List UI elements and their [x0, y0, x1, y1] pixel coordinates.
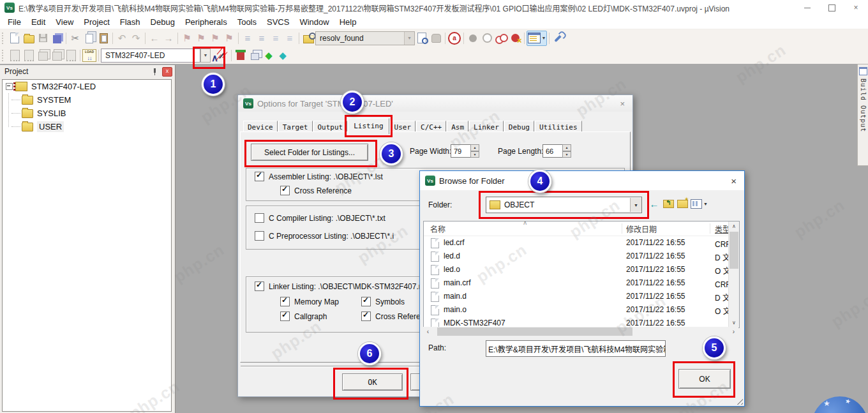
symbols-checkbox[interactable]: [361, 297, 371, 306]
project-close-icon[interactable]: x: [162, 67, 172, 77]
find-in-files-icon[interactable]: [301, 31, 315, 45]
copy-icon[interactable]: [82, 31, 96, 45]
browse-close-icon[interactable]: ×: [728, 176, 739, 186]
menu-item-debug[interactable]: Debug: [146, 16, 180, 28]
options-dialog-titlebar[interactable]: Vs Options for Target 'STM32F407-LED' ×: [238, 95, 632, 112]
new-folder-button[interactable]: ✶: [677, 198, 688, 209]
pack-installer-icon[interactable]: ◆: [276, 49, 290, 63]
spin-up-icon[interactable]: ▲: [470, 144, 479, 151]
back-button[interactable]: ←: [648, 198, 660, 209]
page-length-spinner[interactable]: 66 ▲▼: [542, 144, 571, 158]
menu-item-svcs[interactable]: SVCS: [262, 16, 294, 28]
spin-up-icon[interactable]: ▲: [562, 144, 571, 151]
scrollbar-thumb[interactable]: [730, 232, 738, 269]
menu-item-file[interactable]: File: [3, 16, 26, 28]
navigate-back-icon[interactable]: ←: [147, 31, 161, 45]
scroll-right-icon[interactable]: ›: [729, 328, 738, 335]
menu-item-help[interactable]: Help: [334, 16, 362, 28]
horizontal-scrollbar[interactable]: ‹ ›: [423, 327, 738, 336]
callgraph-checkbox[interactable]: [280, 312, 290, 321]
stop-build-icon[interactable]: [64, 49, 78, 63]
c-preprocessor-listing-checkbox[interactable]: [255, 231, 264, 241]
page-width-spinner[interactable]: 79 ▲▼: [451, 144, 479, 158]
comment-icon[interactable]: ≡: [269, 31, 283, 45]
bookmark-clear-icon[interactable]: ⚑: [222, 31, 236, 45]
runtime-environment-icon[interactable]: ◆: [262, 49, 276, 63]
toolbar-grip[interactable]: [2, 50, 5, 61]
scrollbar-thumb[interactable]: [437, 327, 632, 336]
menu-item-project[interactable]: Project: [79, 16, 114, 28]
build-output-tab[interactable]: Build Output: [857, 64, 868, 166]
paste-icon[interactable]: [96, 31, 110, 45]
resize-grip[interactable]: [735, 396, 743, 405]
build-icon[interactable]: [22, 49, 36, 63]
file-row[interactable]: led.o2017/11/22 16:55O 文件: [424, 263, 739, 276]
window-list-icon[interactable]: ▼: [527, 31, 547, 46]
save-icon[interactable]: [36, 31, 50, 45]
unindent-icon[interactable]: ≡: [241, 31, 255, 45]
uncomment-icon[interactable]: ≡: [283, 31, 297, 45]
options-close-icon[interactable]: ×: [617, 99, 627, 109]
navigate-forward-icon[interactable]: →: [161, 31, 176, 45]
target-selector-combobox[interactable]: STM32F407-LED: [101, 49, 200, 63]
scroll-down-icon[interactable]: ∨: [729, 318, 739, 327]
menu-item-edit[interactable]: Edit: [26, 16, 50, 28]
batch-build-icon[interactable]: [50, 49, 64, 63]
indent-icon[interactable]: ≡: [255, 31, 269, 45]
cut-icon[interactable]: ✂: [68, 31, 82, 45]
page-length-value[interactable]: 66: [542, 144, 562, 158]
download-icon[interactable]: LOAD: [82, 49, 96, 63]
toolbar-grip[interactable]: [2, 33, 5, 44]
redo-icon[interactable]: ↷: [129, 31, 143, 45]
breakpoint-disable-all-icon[interactable]: [508, 31, 522, 45]
bookmark-prev-icon[interactable]: ⚑: [194, 31, 208, 45]
save-all-icon[interactable]: [50, 31, 64, 45]
rebuild-icon[interactable]: [36, 49, 50, 63]
breakpoint-enable-icon[interactable]: [480, 31, 494, 45]
find-text-icon[interactable]: a: [447, 31, 461, 45]
minimize-button[interactable]: [795, 0, 819, 15]
configure-icon[interactable]: [551, 31, 565, 45]
tree-folder-syslib[interactable]: SYSLIB: [3, 107, 171, 120]
vertical-scrollbar[interactable]: ∧ ∨: [728, 222, 739, 327]
column-header-date[interactable]: 修改日期: [626, 223, 657, 234]
file-row[interactable]: main.crf2017/11/22 16:55CRF 文件: [424, 276, 739, 290]
file-row[interactable]: main.o2017/11/22 16:55O 文件: [424, 303, 739, 317]
cross-reference2-checkbox[interactable]: [361, 312, 371, 321]
translate-icon[interactable]: [8, 49, 22, 63]
menu-item-window[interactable]: Window: [294, 16, 334, 28]
incremental-find-icon[interactable]: [429, 31, 443, 45]
cross-reference-checkbox[interactable]: [280, 186, 290, 195]
scroll-up-icon[interactable]: ∧: [729, 222, 739, 231]
browse-dialog-titlebar[interactable]: Vs Browse for Folder ×: [420, 171, 744, 190]
memory-map-checkbox[interactable]: [280, 297, 290, 306]
tree-root-row[interactable]: STM32F407-LED: [3, 80, 171, 93]
collapse-icon[interactable]: [6, 83, 13, 90]
combo-dropdown-icon[interactable]: ▼: [404, 32, 414, 45]
c-compiler-listing-checkbox[interactable]: [255, 213, 264, 223]
new-file-icon[interactable]: [8, 31, 22, 45]
up-one-level-button[interactable]: ↰: [662, 198, 674, 209]
restore-button[interactable]: [819, 0, 844, 15]
assembler-listing-checkbox[interactable]: [255, 172, 264, 181]
view-menu-button[interactable]: ▼: [691, 198, 702, 209]
breakpoint-kill-all-icon[interactable]: [494, 31, 508, 45]
open-file-icon[interactable]: [22, 31, 36, 45]
menu-item-peripherals[interactable]: Peripherals: [180, 16, 232, 28]
spin-down-icon[interactable]: ▼: [562, 151, 571, 158]
manage-books-icon[interactable]: [248, 49, 262, 63]
scroll-left-icon[interactable]: ‹: [423, 328, 433, 335]
menu-item-view[interactable]: View: [50, 16, 79, 28]
page-width-value[interactable]: 79: [451, 144, 470, 158]
file-row[interactable]: led.crf2017/11/22 16:55CRF 文件: [424, 236, 739, 250]
tree-folder-user[interactable]: USER: [3, 120, 171, 133]
file-row[interactable]: main.d2017/11/22 16:55D 文件: [424, 290, 739, 303]
menu-item-flash[interactable]: Flash: [115, 16, 146, 28]
find-icon[interactable]: [415, 31, 429, 45]
linker-listing-checkbox[interactable]: [255, 282, 264, 291]
path-input[interactable]: E:\教学&项目开发\开发项目\飞航科技M4物联网实验箱: [486, 340, 666, 357]
column-header-name[interactable]: 名称: [430, 223, 445, 234]
spin-down-icon[interactable]: ▼: [470, 151, 479, 158]
bookmark-next-icon[interactable]: ⚑: [208, 31, 222, 45]
bookmark-toggle-icon[interactable]: ⚑: [180, 31, 194, 45]
